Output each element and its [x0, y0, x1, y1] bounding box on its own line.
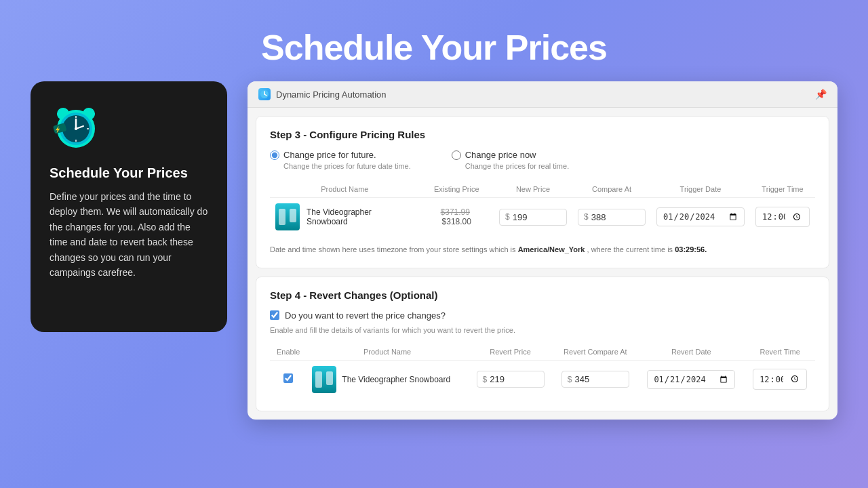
revert-checkbox[interactable] — [270, 310, 279, 320]
radio-now[interactable] — [452, 150, 461, 160]
revert-sublabel: Enable and fill the details of variants … — [270, 326, 815, 334]
revert-price-currency: $ — [483, 375, 488, 384]
price-strikethrough: $371.99 — [441, 207, 470, 217]
col-revert-compare: Revert Compare At — [553, 344, 637, 361]
col-revert-date: Revert Date — [638, 344, 745, 361]
pin-icon[interactable]: 📌 — [815, 89, 827, 100]
revert-price-input[interactable] — [490, 374, 530, 384]
trigger-date-input[interactable] — [656, 207, 745, 226]
product-name-cell: The Videographer Snowboard — [275, 203, 414, 230]
new-price-input[interactable] — [513, 212, 553, 222]
col-revert-product: Product Name — [307, 344, 468, 361]
app-window: Dynamic Pricing Automation 📌 Step 3 - Co… — [248, 81, 837, 420]
timezone-value: America/New_York — [518, 245, 585, 253]
radio-label-future[interactable]: Change price for future. — [270, 150, 411, 160]
col-new-price: New Price — [494, 181, 572, 198]
step4-title: Step 4 - Revert Changes (Optional) — [270, 289, 815, 301]
col-enable: Enable — [270, 344, 307, 361]
revert-compare-input-wrapper: $ — [561, 371, 629, 388]
step3-title: Step 3 - Configure Pricing Rules — [270, 129, 815, 140]
col-trigger-date: Trigger Date — [651, 181, 750, 198]
col-product-name: Product Name — [270, 181, 420, 198]
step3-section: Step 3 - Configure Pricing Rules Change … — [256, 116, 829, 268]
revert-table: Enable Product Name Revert Price Revert … — [270, 344, 815, 399]
radio-group: Change price for future. Change the pric… — [270, 150, 815, 170]
product-name: The Videographer Snowboard — [307, 207, 414, 226]
product-thumbnail — [275, 203, 300, 230]
current-time: 03:29:56. — [675, 245, 707, 253]
revert-time-input[interactable] — [753, 369, 807, 390]
col-existing-price: Existing Price — [420, 181, 494, 198]
revert-compare-currency: $ — [568, 375, 572, 384]
svg-point-7 — [75, 127, 77, 130]
clock-icon: ⚡ — [50, 100, 104, 155]
revert-checkbox-row: Do you want to revert the price changes? — [270, 310, 815, 321]
radio-now-sublabel: Change the prices for real time. — [465, 162, 569, 170]
revert-table-row: The Videographer Snowboard $ $ — [270, 360, 815, 399]
table-row: The Videographer Snowboard $371.99 $318.… — [270, 198, 815, 237]
step4-section: Step 4 - Revert Changes (Optional) Do yo… — [256, 277, 829, 411]
revert-checkbox-label[interactable]: Do you want to revert the price changes? — [285, 310, 446, 321]
compare-at-input-wrapper: $ — [578, 209, 646, 226]
compare-at-currency: $ — [584, 212, 589, 222]
col-revert-price: Revert Price — [468, 344, 553, 361]
existing-price: $371.99 $318.00 — [425, 207, 488, 226]
col-revert-time: Revert Time — [745, 344, 815, 361]
trigger-time-input[interactable] — [755, 207, 810, 228]
timezone-note: Date and time shown here uses timezone f… — [270, 244, 815, 256]
radio-future-sublabel: Change the prices for future date time. — [283, 162, 411, 170]
revert-compare-input[interactable] — [575, 374, 616, 384]
radio-now-label: Change price now — [465, 150, 536, 160]
page-title: Schedule Your Prices — [261, 27, 607, 68]
app-icon — [258, 88, 271, 100]
revert-row-enable[interactable] — [283, 373, 293, 383]
revert-product-thumbnail — [312, 366, 336, 393]
col-trigger-time: Trigger Time — [750, 181, 815, 198]
compare-at-input[interactable] — [591, 212, 632, 222]
title-bar-title: Dynamic Pricing Automation — [276, 89, 387, 100]
col-compare-at: Compare At — [572, 181, 651, 198]
revert-product-name: The Videographer Snowboard — [342, 375, 450, 384]
radio-label-now[interactable]: Change price now — [452, 150, 569, 160]
radio-option-now: Change price now Change the prices for r… — [452, 150, 569, 170]
title-bar-left: Dynamic Pricing Automation — [258, 88, 387, 100]
left-card-description: Define your prices and the time to deplo… — [50, 189, 208, 280]
title-bar: Dynamic Pricing Automation 📌 — [248, 81, 837, 108]
left-card-title: Schedule Your Prices — [50, 165, 208, 181]
price-current: $318.00 — [442, 217, 471, 226]
left-card: ⚡ Schedule Your Prices Define your price… — [31, 81, 227, 332]
radio-future[interactable] — [270, 150, 279, 160]
new-price-input-wrapper: $ — [499, 209, 567, 226]
main-content: ⚡ Schedule Your Prices Define your price… — [0, 81, 868, 420]
revert-date-input[interactable] — [647, 370, 735, 389]
radio-future-label: Change price for future. — [283, 150, 376, 160]
radio-option-future: Change price for future. Change the pric… — [270, 150, 411, 170]
revert-price-input-wrapper: $ — [477, 371, 545, 388]
new-price-currency: $ — [505, 212, 510, 222]
pricing-table: Product Name Existing Price New Price Co… — [270, 181, 815, 236]
revert-product-cell: The Videographer Snowboard — [312, 366, 462, 393]
